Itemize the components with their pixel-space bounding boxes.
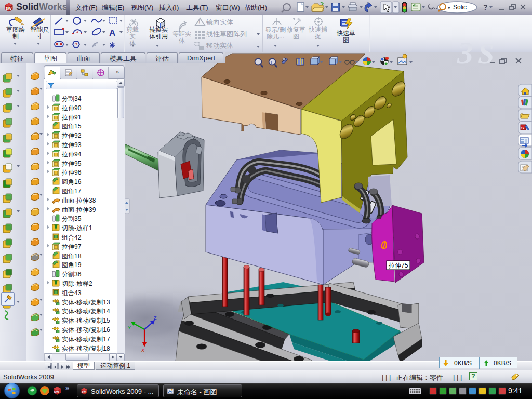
svg-text:SW: SW — [82, 391, 86, 393]
svg-text:S: S — [478, 37, 494, 66]
svg-text:!: ! — [271, 60, 272, 65]
svg-text:?: ? — [483, 3, 488, 11]
svg-text:Solic: Solic — [453, 4, 467, 11]
svg-text:Z: Z — [154, 315, 157, 321]
svg-text:Y: Y — [128, 325, 131, 330]
svg-text:X: X — [141, 348, 144, 353]
svg-text:3: 3 — [457, 35, 473, 66]
svg-text:SW: SW — [6, 6, 12, 11]
svg-text:A: A — [109, 28, 115, 38]
svg-text:拉伸75: 拉伸75 — [388, 262, 408, 269]
svg-text:▾: ▾ — [448, 5, 450, 10]
svg-text:SW: SW — [54, 390, 59, 393]
svg-text:S: S — [521, 126, 524, 130]
svg-text:!: ! — [198, 20, 200, 25]
